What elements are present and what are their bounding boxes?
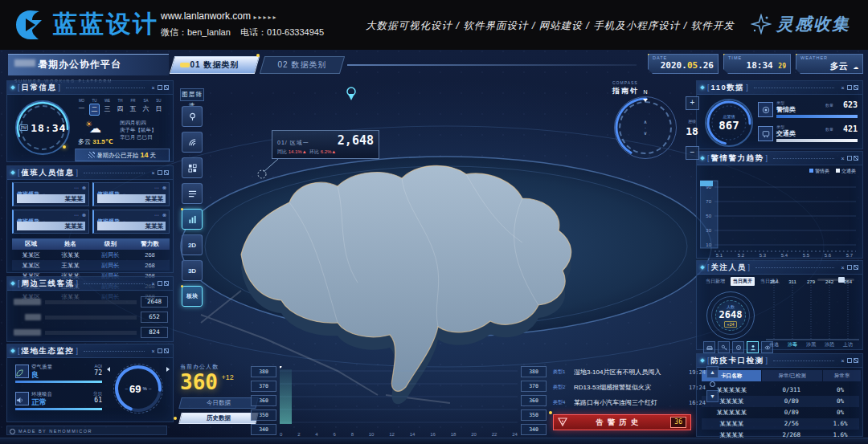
table-header: 区域姓名级别警力数 bbox=[12, 238, 170, 250]
weekday-cell[interactable]: TH四 bbox=[115, 99, 125, 116]
close-icon[interactable]: × bbox=[150, 170, 156, 176]
window-icon[interactable] bbox=[847, 156, 852, 161]
map-surface[interactable] bbox=[241, 165, 571, 391]
svg-text:264: 264 bbox=[770, 279, 779, 284]
panel-title: 湿地生态监控 bbox=[22, 346, 75, 356]
corner-mark-icon bbox=[700, 156, 705, 161]
duty-card[interactable]: 值班领导 »⋯⊗某某某 bbox=[12, 182, 89, 206]
layer-filter-toolbar: 图层筛选 2D 3D 板块 bbox=[180, 88, 204, 307]
panel-header: [ 湿地生态监控] × bbox=[7, 344, 173, 358]
weekday-cell-active[interactable]: TU二 bbox=[89, 99, 100, 116]
compass-dial[interactable]: N ∧·∨ bbox=[614, 96, 677, 159]
panel-title: 防疫卡口检测 bbox=[711, 356, 764, 366]
alert-item[interactable]: 类型2 RD13-53烟感报警疑似火灾 17:24 bbox=[553, 380, 706, 395]
table-row[interactable]: 某某区王某某副局长268 bbox=[12, 260, 170, 271]
checkpoint-row[interactable]: 某某某某某0/890% bbox=[702, 407, 859, 418]
close-icon[interactable]: × bbox=[840, 85, 845, 91]
close-icon[interactable]: × bbox=[150, 348, 156, 354]
flow-value: 652 bbox=[141, 312, 168, 323]
tab-indicator-icon bbox=[180, 63, 190, 67]
scroll-down-button[interactable]: ▼ bbox=[706, 390, 719, 402]
window-icon[interactable] bbox=[158, 85, 162, 90]
focus-delta: +24 bbox=[724, 321, 736, 328]
tab-data-screen-2[interactable]: 02 数据类别 bbox=[262, 56, 342, 74]
alert-history-button[interactable]: 告警历史 36 bbox=[553, 414, 691, 430]
table-row[interactable]: 某某区张某某副局长268 bbox=[12, 250, 170, 260]
alert-list: 类型1 湿地3-104片区有不明人员闯入 19:24 类型2 RD13-53烟感… bbox=[553, 365, 706, 410]
weekday-cell[interactable]: MO一 bbox=[76, 99, 87, 116]
inspiration-collection[interactable]: 灵感收集 bbox=[751, 13, 850, 35]
window-icon[interactable] bbox=[158, 281, 162, 286]
chart-layer-button[interactable] bbox=[182, 209, 203, 230]
col-ratio[interactable]: 异常/已检测 bbox=[762, 370, 821, 381]
gauge-value: 867 bbox=[719, 119, 739, 132]
close-icon[interactable]: × bbox=[840, 358, 845, 364]
close-icon[interactable]: × bbox=[840, 265, 845, 271]
list-layer-button[interactable] bbox=[182, 183, 203, 204]
target-marker bbox=[258, 170, 266, 178]
duty-card[interactable]: 值班领导 »⋯⊗某某某 bbox=[12, 210, 89, 234]
person-icon[interactable] bbox=[747, 341, 759, 353]
3d-mode-button[interactable]: 3D bbox=[182, 260, 203, 281]
pin-layer-button[interactable] bbox=[182, 106, 203, 127]
tab-left-today[interactable]: 当日离开 bbox=[731, 277, 755, 286]
expand-icon[interactable] bbox=[854, 156, 858, 161]
2d-mode-button[interactable]: 2D bbox=[182, 234, 203, 255]
right-arrow-icon[interactable] bbox=[166, 367, 170, 372]
x-axis-labels: 024 6810 121416 182022 24 bbox=[280, 432, 518, 437]
duty-card[interactable]: 值班领导 »⋯⊗某某某 bbox=[92, 210, 170, 234]
weekday-cell[interactable]: WE三 bbox=[102, 99, 113, 116]
weekday-cell[interactable]: FR五 bbox=[128, 99, 138, 116]
window-icon[interactable] bbox=[847, 85, 852, 90]
weekday-cell[interactable]: SU日 bbox=[154, 99, 164, 116]
alert-item[interactable]: 类型1 湿地3-104片区有不明人员闯入 19:24 bbox=[553, 365, 706, 380]
block-mode-button[interactable]: 板块 bbox=[182, 286, 203, 307]
tab-data-screen-1[interactable]: 01 数据类别 bbox=[172, 56, 257, 74]
logo[interactable]: 蓝蓝设计 bbox=[14, 8, 159, 41]
expand-icon[interactable] bbox=[164, 281, 169, 286]
expand-icon[interactable] bbox=[854, 265, 858, 270]
col-rate[interactable]: 异常率 bbox=[823, 370, 861, 381]
window-icon[interactable] bbox=[847, 358, 852, 363]
expand-icon[interactable] bbox=[854, 358, 858, 363]
duty-name: 某某某 bbox=[97, 222, 166, 230]
corner-mark-icon bbox=[700, 358, 705, 363]
expand-icon[interactable] bbox=[164, 348, 169, 353]
svg-text:5.4: 5.4 bbox=[781, 253, 788, 258]
panel-title: 日常信息 bbox=[22, 83, 57, 93]
history-data-button[interactable]: 历史数据 bbox=[180, 413, 257, 424]
expand-icon[interactable] bbox=[164, 170, 169, 175]
arrows-decoration: ▸▸▸▸▸ bbox=[253, 14, 277, 21]
checkpoint-row[interactable]: 某某某某某0/3110% bbox=[702, 385, 859, 396]
car-icon[interactable] bbox=[703, 341, 715, 353]
expand-icon[interactable] bbox=[854, 85, 858, 90]
panel-eco-monitoring: [ 湿地生态监控] × 空气质量良 AQI72 环境噪音正常 分贝61 –69%… bbox=[6, 344, 174, 422]
weekday-cell[interactable]: SA六 bbox=[141, 99, 151, 116]
website[interactable]: www.lanlanwork.com bbox=[161, 10, 251, 22]
alert-item[interactable]: 类型4 某路口有小汽车连闯三个红灯 16:24 bbox=[553, 395, 706, 410]
zoom-in-button[interactable]: + bbox=[686, 96, 699, 110]
radar-layer-button[interactable] bbox=[182, 132, 203, 153]
target-icon[interactable] bbox=[732, 341, 744, 353]
scroll-dot bbox=[710, 381, 715, 387]
tab-new-today[interactable]: 当日新增 bbox=[703, 277, 727, 286]
checkpoint-row[interactable]: 某某某某0/890% bbox=[702, 396, 859, 407]
left-arrow-icon[interactable] bbox=[107, 367, 110, 372]
key-icon[interactable] bbox=[718, 341, 730, 353]
zoom-out-button[interactable]: − bbox=[686, 146, 699, 160]
close-icon[interactable]: × bbox=[150, 85, 156, 91]
checkpoint-row[interactable]: 某某某某2/561.6% bbox=[702, 418, 859, 430]
panel-title: 关注人员 bbox=[711, 263, 747, 273]
close-icon[interactable]: × bbox=[840, 156, 845, 161]
duty-card[interactable]: 值班领导 »⋯⊗某某某 bbox=[92, 182, 170, 206]
window-icon[interactable] bbox=[158, 170, 162, 175]
corner-mark-icon bbox=[10, 85, 15, 90]
expand-icon[interactable] bbox=[164, 85, 169, 90]
window-icon[interactable] bbox=[158, 348, 162, 353]
grid-layer-button[interactable] bbox=[182, 157, 203, 178]
scroll-up-button[interactable]: ▲ bbox=[706, 366, 719, 378]
svg-text:311: 311 bbox=[788, 279, 796, 284]
today-data-button[interactable]: 今日数据 bbox=[180, 397, 257, 409]
close-icon[interactable]: × bbox=[150, 281, 156, 287]
window-icon[interactable] bbox=[847, 265, 852, 270]
